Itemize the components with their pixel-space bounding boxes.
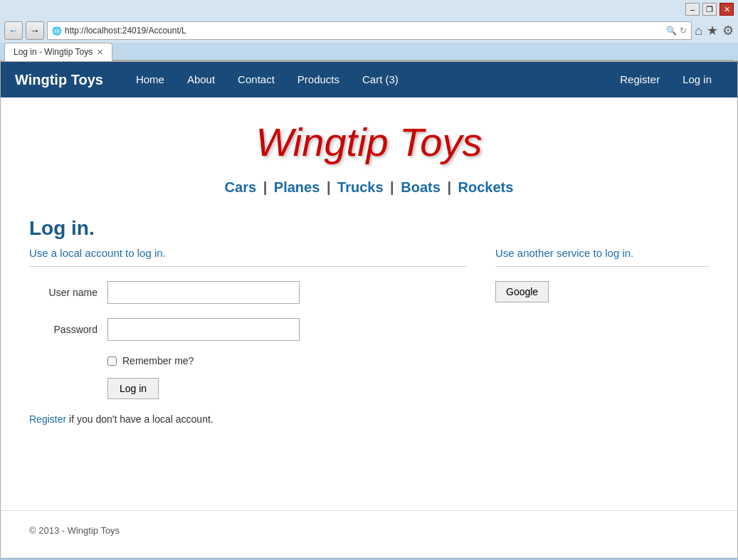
- site-footer: © 2013 - Wingtip Toys: [1, 510, 737, 550]
- refresh-icon[interactable]: ↻: [680, 26, 687, 36]
- remember-label: Remember me?: [122, 355, 194, 366]
- login-left: Use a local account to log in. User name…: [29, 247, 467, 425]
- site-navbar: Wingtip Toys Home About Contact Products…: [1, 62, 737, 97]
- remember-row: Remember me?: [107, 355, 467, 366]
- search-icon: 🔍: [666, 26, 677, 36]
- address-icon: 🌐: [52, 26, 62, 36]
- close-button[interactable]: ✕: [719, 3, 734, 16]
- password-row: Password: [29, 318, 467, 341]
- service-label: Use another service to log in.: [495, 247, 709, 259]
- page-content: Wingtip Toys Cars | Planes | Trucks | Bo…: [1, 97, 737, 510]
- address-text: http://localhost:24019/Account/L: [65, 26, 663, 36]
- cat-planes[interactable]: Planes: [274, 179, 320, 195]
- nav-about[interactable]: About: [176, 62, 226, 97]
- footer-text: © 2013 - Wingtip Toys: [29, 525, 120, 536]
- username-row: User name: [29, 281, 467, 304]
- left-divider: [29, 266, 467, 267]
- local-account-label: Use a local account to log in.: [29, 247, 467, 259]
- home-icon[interactable]: ⌂: [695, 23, 702, 38]
- categories: Cars | Planes | Trucks | Boats | Rockets: [29, 179, 709, 196]
- restore-button[interactable]: ❐: [702, 3, 717, 16]
- cat-sep-3: |: [390, 179, 394, 195]
- cat-sep-4: |: [447, 179, 451, 195]
- login-heading: Log in.: [29, 217, 709, 240]
- nav-login[interactable]: Log in: [671, 62, 723, 97]
- right-divider: [495, 266, 709, 267]
- favorites-icon[interactable]: ★: [707, 23, 718, 38]
- cat-sep-2: |: [327, 179, 331, 195]
- login-button[interactable]: Log in: [107, 378, 159, 399]
- tab-label: Log in - Wingtip Toys: [14, 47, 93, 57]
- site-brand[interactable]: Wingtip Toys: [15, 72, 103, 88]
- nav-contact[interactable]: Contact: [226, 62, 286, 97]
- cat-boats[interactable]: Boats: [401, 179, 441, 195]
- password-label: Password: [29, 324, 107, 335]
- back-button[interactable]: ←: [4, 21, 23, 40]
- browser-content: Wingtip Toys Home About Contact Products…: [0, 61, 738, 559]
- site-title: Wingtip Toys: [29, 119, 709, 165]
- active-tab[interactable]: Log in - Wingtip Toys ✕: [4, 43, 112, 61]
- cat-rockets[interactable]: Rockets: [458, 179, 514, 195]
- nav-home[interactable]: Home: [125, 62, 176, 97]
- minimize-button[interactable]: –: [685, 3, 700, 16]
- site-nav-right: Register Log in: [608, 62, 723, 97]
- register-link[interactable]: Register: [29, 413, 66, 425]
- cat-sep-1: |: [263, 179, 268, 195]
- forward-button[interactable]: →: [26, 21, 44, 40]
- login-container: Use a local account to log in. User name…: [29, 247, 709, 425]
- cat-trucks[interactable]: Trucks: [337, 179, 383, 195]
- password-input[interactable]: [107, 318, 300, 341]
- login-right: Use another service to log in. Google: [495, 247, 709, 425]
- nav-products[interactable]: Products: [286, 62, 351, 97]
- remember-checkbox[interactable]: [107, 356, 117, 366]
- cat-cars[interactable]: Cars: [225, 179, 256, 195]
- username-label: User name: [29, 287, 107, 298]
- address-bar[interactable]: 🌐 http://localhost:24019/Account/L 🔍 ↻: [47, 21, 692, 40]
- username-input[interactable]: [107, 281, 300, 304]
- google-button[interactable]: Google: [495, 281, 549, 302]
- settings-icon[interactable]: ⚙: [722, 23, 734, 38]
- nav-cart[interactable]: Cart (3): [351, 62, 410, 97]
- site-nav-links: Home About Contact Products Cart (3): [125, 62, 608, 97]
- nav-register[interactable]: Register: [608, 62, 671, 97]
- register-row: Register if you don't have a local accou…: [29, 413, 467, 425]
- tab-close-button[interactable]: ✕: [97, 48, 103, 57]
- register-text: if you don't have a local account.: [66, 413, 214, 425]
